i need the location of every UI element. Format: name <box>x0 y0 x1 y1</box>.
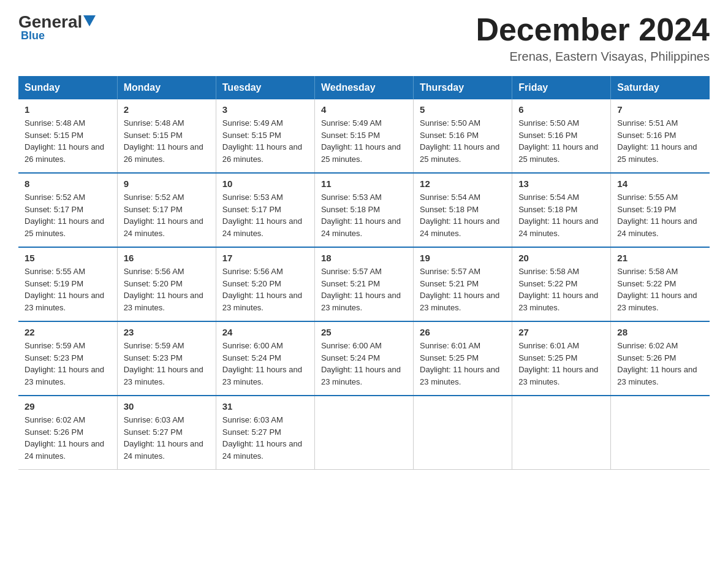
daylight-label: Daylight: 11 hours and 25 minutes. <box>321 142 401 164</box>
daylight-label: Daylight: 11 hours and 23 minutes. <box>124 365 203 386</box>
calendar-cell: 25 Sunrise: 6:00 AM Sunset: 5:24 PM Dayl… <box>314 321 413 396</box>
sunrise-label: Sunrise: 5:52 AM <box>25 193 85 202</box>
sunset-label: Sunset: 5:23 PM <box>124 353 183 362</box>
sunset-label: Sunset: 5:22 PM <box>617 279 676 288</box>
sunset-label: Sunset: 5:15 PM <box>25 131 83 140</box>
sunrise-label: Sunrise: 6:00 AM <box>321 341 382 350</box>
sunrise-label: Sunrise: 5:49 AM <box>321 118 382 128</box>
calendar-cell: 16 Sunrise: 5:56 AM Sunset: 5:20 PM Dayl… <box>117 247 216 321</box>
sunrise-label: Sunrise: 5:55 AM <box>617 193 678 202</box>
daylight-label: Daylight: 11 hours and 24 minutes. <box>124 439 203 461</box>
day-info: Sunrise: 5:50 AM Sunset: 5:16 PM Dayligh… <box>518 117 604 165</box>
calendar-cell: 7 Sunrise: 5:51 AM Sunset: 5:16 PM Dayli… <box>611 99 710 173</box>
calendar-cell: 4 Sunrise: 5:49 AM Sunset: 5:15 PM Dayli… <box>314 99 413 173</box>
day-number: 16 <box>124 253 210 263</box>
calendar-cell: 9 Sunrise: 5:52 AM Sunset: 5:17 PM Dayli… <box>117 173 216 247</box>
day-info: Sunrise: 5:57 AM Sunset: 5:21 PM Dayligh… <box>321 266 407 313</box>
calendar-week-row: 15 Sunrise: 5:55 AM Sunset: 5:19 PM Dayl… <box>18 247 710 321</box>
calendar-cell <box>611 396 710 470</box>
sunset-label: Sunset: 5:25 PM <box>420 353 479 362</box>
sunset-label: Sunset: 5:15 PM <box>124 131 183 140</box>
logo-triangle-icon <box>83 15 96 26</box>
calendar-cell: 13 Sunrise: 5:54 AM Sunset: 5:18 PM Dayl… <box>512 173 611 247</box>
sunrise-label: Sunrise: 5:48 AM <box>124 118 184 128</box>
calendar-cell: 6 Sunrise: 5:50 AM Sunset: 5:16 PM Dayli… <box>512 99 611 173</box>
sunrise-label: Sunrise: 5:59 AM <box>25 341 85 350</box>
sunset-label: Sunset: 5:16 PM <box>617 131 676 140</box>
sunset-label: Sunset: 5:19 PM <box>617 205 676 214</box>
day-info: Sunrise: 5:54 AM Sunset: 5:18 PM Dayligh… <box>518 191 604 239</box>
day-info: Sunrise: 5:53 AM Sunset: 5:17 PM Dayligh… <box>222 191 308 239</box>
sunrise-label: Sunrise: 6:03 AM <box>124 415 184 424</box>
sunset-label: Sunset: 5:25 PM <box>518 353 577 362</box>
sunset-label: Sunset: 5:21 PM <box>321 279 380 288</box>
sunrise-label: Sunrise: 5:49 AM <box>222 118 283 128</box>
day-info: Sunrise: 5:57 AM Sunset: 5:21 PM Dayligh… <box>420 266 506 313</box>
day-info: Sunrise: 6:02 AM Sunset: 5:26 PM Dayligh… <box>25 414 111 462</box>
page-header: General Blue December 2024 Erenas, Easte… <box>18 12 710 64</box>
sunrise-label: Sunrise: 5:53 AM <box>222 193 283 202</box>
sunset-label: Sunset: 5:21 PM <box>420 279 479 288</box>
sunrise-label: Sunrise: 5:53 AM <box>321 193 382 202</box>
daylight-label: Daylight: 11 hours and 25 minutes. <box>518 142 598 164</box>
calendar-cell: 12 Sunrise: 5:54 AM Sunset: 5:18 PM Dayl… <box>414 173 512 247</box>
sunrise-label: Sunrise: 5:56 AM <box>124 267 184 276</box>
sunrise-label: Sunrise: 5:54 AM <box>420 193 480 202</box>
daylight-label: Daylight: 11 hours and 24 minutes. <box>617 216 697 238</box>
sunset-label: Sunset: 5:15 PM <box>321 131 380 140</box>
sunset-label: Sunset: 5:17 PM <box>124 205 183 214</box>
day-number: 17 <box>222 253 308 263</box>
sunrise-label: Sunrise: 6:01 AM <box>420 341 480 350</box>
day-number: 30 <box>124 401 210 412</box>
day-number: 23 <box>124 327 210 337</box>
calendar-cell: 18 Sunrise: 5:57 AM Sunset: 5:21 PM Dayl… <box>314 247 413 321</box>
sunset-label: Sunset: 5:23 PM <box>25 353 83 362</box>
weekday-header-monday: Monday <box>117 76 216 99</box>
daylight-label: Daylight: 11 hours and 25 minutes. <box>25 216 104 238</box>
daylight-label: Daylight: 11 hours and 25 minutes. <box>420 142 499 164</box>
weekday-header-saturday: Saturday <box>611 76 710 99</box>
calendar-cell: 20 Sunrise: 5:58 AM Sunset: 5:22 PM Dayl… <box>512 247 611 321</box>
calendar-cell: 5 Sunrise: 5:50 AM Sunset: 5:16 PM Dayli… <box>414 99 512 173</box>
sunrise-label: Sunrise: 5:57 AM <box>420 267 480 276</box>
day-info: Sunrise: 6:00 AM Sunset: 5:24 PM Dayligh… <box>321 340 407 388</box>
daylight-label: Daylight: 11 hours and 23 minutes. <box>420 365 499 386</box>
daylight-label: Daylight: 11 hours and 23 minutes. <box>518 291 598 312</box>
day-info: Sunrise: 5:59 AM Sunset: 5:23 PM Dayligh… <box>124 340 210 388</box>
day-number: 13 <box>518 178 604 189</box>
daylight-label: Daylight: 11 hours and 26 minutes. <box>124 142 203 164</box>
sunset-label: Sunset: 5:24 PM <box>222 353 281 362</box>
calendar-cell: 8 Sunrise: 5:52 AM Sunset: 5:17 PM Dayli… <box>18 173 117 247</box>
day-info: Sunrise: 5:52 AM Sunset: 5:17 PM Dayligh… <box>124 191 210 239</box>
calendar-cell: 14 Sunrise: 5:55 AM Sunset: 5:19 PM Dayl… <box>611 173 710 247</box>
day-info: Sunrise: 5:51 AM Sunset: 5:16 PM Dayligh… <box>617 117 703 165</box>
weekday-header-sunday: Sunday <box>18 76 117 99</box>
sunrise-label: Sunrise: 5:51 AM <box>617 118 678 128</box>
day-number: 22 <box>25 327 111 337</box>
daylight-label: Daylight: 11 hours and 24 minutes. <box>321 216 401 238</box>
day-number: 10 <box>222 178 308 189</box>
day-number: 6 <box>518 104 604 115</box>
day-number: 25 <box>321 327 407 337</box>
day-number: 24 <box>222 327 308 337</box>
sunset-label: Sunset: 5:19 PM <box>25 279 83 288</box>
day-number: 2 <box>124 104 210 115</box>
day-number: 20 <box>518 253 604 263</box>
calendar-table: SundayMondayTuesdayWednesdayThursdayFrid… <box>18 76 710 470</box>
sunset-label: Sunset: 5:26 PM <box>617 353 676 362</box>
day-info: Sunrise: 6:00 AM Sunset: 5:24 PM Dayligh… <box>222 340 308 388</box>
sunrise-label: Sunrise: 5:50 AM <box>518 118 579 128</box>
daylight-label: Daylight: 11 hours and 25 minutes. <box>617 142 697 164</box>
daylight-label: Daylight: 11 hours and 23 minutes. <box>617 291 697 312</box>
day-info: Sunrise: 5:49 AM Sunset: 5:15 PM Dayligh… <box>321 117 407 165</box>
daylight-label: Daylight: 11 hours and 23 minutes. <box>617 365 697 386</box>
logo: General Blue <box>18 12 96 42</box>
daylight-label: Daylight: 11 hours and 23 minutes. <box>222 365 302 386</box>
sunrise-label: Sunrise: 5:52 AM <box>124 193 184 202</box>
daylight-label: Daylight: 11 hours and 23 minutes. <box>321 365 401 386</box>
weekday-header-thursday: Thursday <box>414 76 512 99</box>
daylight-label: Daylight: 11 hours and 26 minutes. <box>25 142 104 164</box>
sunset-label: Sunset: 5:15 PM <box>222 131 281 140</box>
daylight-label: Daylight: 11 hours and 23 minutes. <box>124 291 203 312</box>
day-info: Sunrise: 5:55 AM Sunset: 5:19 PM Dayligh… <box>25 266 111 313</box>
